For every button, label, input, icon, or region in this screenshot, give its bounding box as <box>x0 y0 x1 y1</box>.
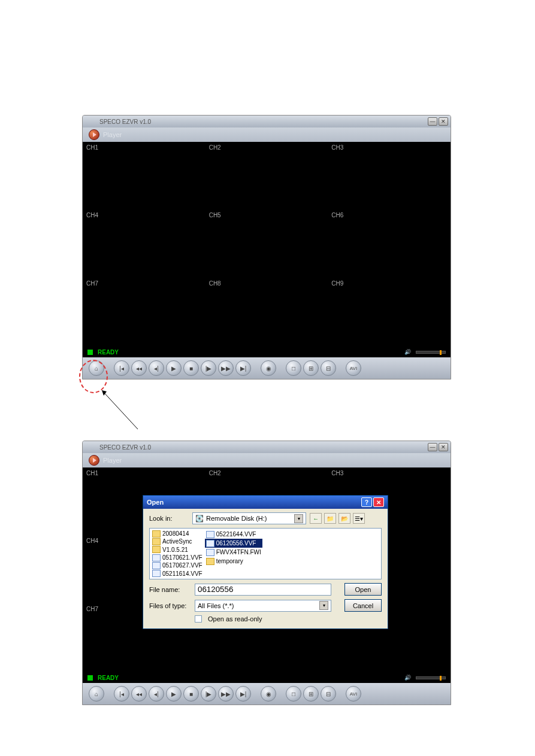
channel-8[interactable]: CH8 <box>205 278 328 345</box>
file-item[interactable]: temporary <box>205 557 262 566</box>
file-name: 05211614.VVF <box>162 570 202 577</box>
file-name: V1.0.5.21 <box>162 546 188 553</box>
video-viewer: CH1 CH2 CH3 CH4 CH5 CH6 CH7 CH8 CH9 READ… <box>83 142 451 357</box>
record-indicator-icon <box>87 675 93 681</box>
next-frame-button[interactable]: |▶ <box>201 360 216 376</box>
file-name: ActiveSync <box>162 538 192 545</box>
new-folder-button[interactable]: 📂 <box>338 513 350 524</box>
player-header: Player <box>83 127 451 142</box>
channel-7[interactable]: CH7 <box>83 278 205 345</box>
snapshot-button[interactable]: ◉ <box>261 360 276 376</box>
open-button[interactable]: Open <box>344 583 382 596</box>
last-frame-button[interactable]: ▶| <box>235 360 251 376</box>
minimize-button[interactable]: — <box>428 117 437 126</box>
nine-view-button[interactable]: ⊟ <box>321 686 336 702</box>
file-name: FWVX4TFN.FWI <box>216 549 261 555</box>
quad-view-button[interactable]: ⊞ <box>303 686 319 702</box>
file-name: 05221644.VVF <box>216 531 256 538</box>
fast-forward-button[interactable]: ▶▶ <box>218 360 234 376</box>
play-button[interactable]: ▶ <box>166 360 182 376</box>
filetype-value: All Files (*.*) <box>198 602 234 609</box>
filetype-label: Files of type: <box>149 602 191 609</box>
quad-view-button[interactable]: ⊞ <box>303 360 319 376</box>
lookin-select[interactable]: 💽 Removable Disk (H:) ▾ <box>192 512 306 524</box>
volume-slider[interactable] <box>416 676 446 679</box>
chevron-down-icon[interactable]: ▾ <box>319 601 328 610</box>
status-text: READY <box>98 675 119 681</box>
file-item[interactable]: 05211614.VVF <box>151 570 204 578</box>
speaker-icon[interactable]: 🔊 <box>404 675 411 681</box>
file-item[interactable]: 06120556.VVF <box>205 539 262 548</box>
status-text: READY <box>98 349 119 356</box>
nine-view-button[interactable]: ⊟ <box>321 360 336 376</box>
file-item[interactable]: 05170627.VVF <box>151 561 204 569</box>
channel-4[interactable]: CH4 <box>83 210 205 277</box>
play-button[interactable]: ▶ <box>166 686 182 702</box>
dialog-close-button[interactable]: ✕ <box>373 497 384 507</box>
file-item[interactable]: ActiveSync <box>151 538 204 545</box>
file-name: 06120556.VVF <box>216 540 256 546</box>
channel-9[interactable]: CH9 <box>328 278 451 345</box>
open-file-button[interactable]: ⌂ <box>89 686 104 702</box>
prev-frame-button[interactable]: ◂| <box>149 686 164 702</box>
filetype-select[interactable]: All Files (*.*) ▾ <box>195 600 331 612</box>
first-frame-button[interactable]: |◂ <box>114 360 129 376</box>
up-folder-button[interactable]: 📁 <box>324 513 336 524</box>
folder-icon <box>152 530 161 538</box>
file-icon <box>206 549 214 556</box>
channel-1[interactable]: CH1 <box>83 142 205 210</box>
fast-forward-button[interactable]: ▶▶ <box>218 686 234 702</box>
file-icon <box>206 531 214 538</box>
next-frame-button[interactable]: |▶ <box>201 686 216 702</box>
minimize-button[interactable]: — <box>428 443 437 451</box>
dialog-help-button[interactable]: ? <box>361 497 372 507</box>
file-item[interactable]: 05221644.VVF <box>205 530 262 539</box>
readonly-checkbox[interactable] <box>195 615 202 623</box>
file-name: 05170621.VVF <box>162 554 202 561</box>
app-title: SPECO EZVR v1.0 <box>99 119 151 125</box>
open-file-button[interactable]: ⌂ <box>89 360 104 376</box>
file-item[interactable]: 05170621.VVF <box>151 554 204 561</box>
single-view-button[interactable]: □ <box>286 360 301 376</box>
avi-export-button[interactable]: AVI <box>346 360 361 376</box>
file-icon <box>152 562 161 569</box>
file-item[interactable]: FWVX4TFN.FWI <box>205 548 262 557</box>
close-button[interactable]: ✕ <box>439 443 448 451</box>
avi-export-button[interactable]: AVI <box>346 686 361 702</box>
channel-2[interactable]: CH2 <box>205 142 328 210</box>
speaker-icon[interactable]: 🔊 <box>404 349 411 355</box>
prev-frame-button[interactable]: ◂| <box>149 360 164 376</box>
last-frame-button[interactable]: ▶| <box>235 686 251 702</box>
volume-slider[interactable] <box>416 351 446 354</box>
app-title: SPECO EZVR v1.0 <box>99 444 151 451</box>
stop-button[interactable]: ■ <box>183 360 199 376</box>
rewind-button[interactable]: ◂◂ <box>131 360 147 376</box>
stop-button[interactable]: ■ <box>183 686 199 702</box>
cancel-button[interactable]: Cancel <box>344 599 382 612</box>
titlebar[interactable]: SPECO EZVR v1.0 — ✕ <box>83 441 451 453</box>
view-menu-button[interactable]: ☰▾ <box>353 513 365 524</box>
chevron-down-icon[interactable]: ▾ <box>294 514 303 523</box>
filename-input[interactable] <box>195 584 331 596</box>
close-button[interactable]: ✕ <box>439 117 448 126</box>
first-frame-button[interactable]: |◂ <box>114 686 129 702</box>
file-icon <box>152 570 161 577</box>
play-icon[interactable] <box>89 129 99 140</box>
rewind-button[interactable]: ◂◂ <box>131 686 147 702</box>
play-icon[interactable] <box>89 455 99 466</box>
lookin-value: Removable Disk (H:) <box>206 515 267 522</box>
titlebar[interactable]: SPECO EZVR v1.0 — ✕ <box>83 116 451 127</box>
svg-marker-1 <box>102 390 107 396</box>
single-view-button[interactable]: □ <box>286 686 301 702</box>
back-button[interactable]: ← <box>310 513 322 524</box>
file-list[interactable]: 20080414ActiveSyncV1.0.5.2105170621.VVF0… <box>149 528 382 579</box>
snapshot-button[interactable]: ◉ <box>261 686 276 702</box>
file-item[interactable]: 20080414 <box>151 530 204 538</box>
file-name: 20080414 <box>162 530 189 537</box>
player-label: Player <box>103 457 122 464</box>
file-item[interactable]: V1.0.5.21 <box>151 546 204 554</box>
dialog-titlebar[interactable]: Open ? ✕ <box>143 496 388 509</box>
channel-6[interactable]: CH6 <box>328 210 451 277</box>
channel-3[interactable]: CH3 <box>328 142 451 210</box>
channel-5[interactable]: CH5 <box>205 210 328 277</box>
